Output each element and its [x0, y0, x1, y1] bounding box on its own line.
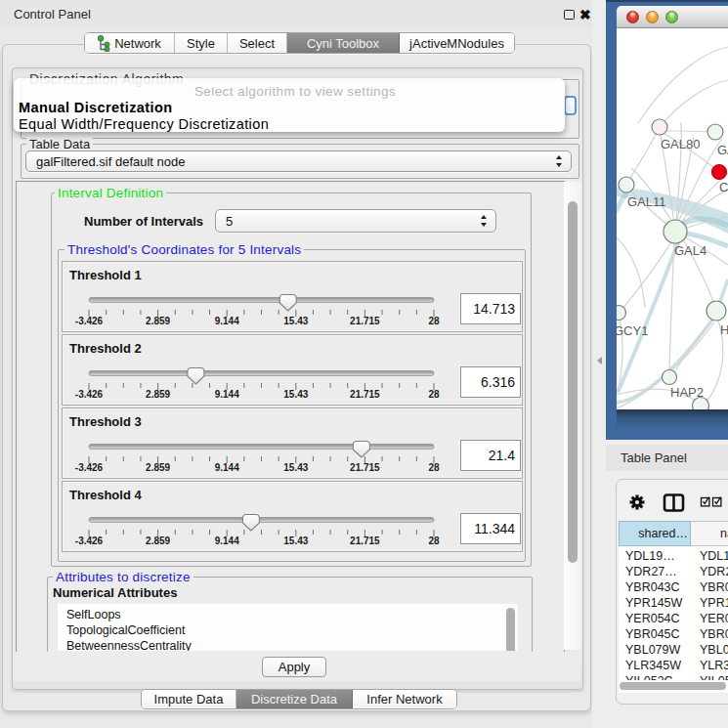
svg-text:GAL80: GAL80 [661, 137, 700, 151]
svg-text:-3.426: -3.426 [75, 462, 104, 473]
svg-text:9.144: 9.144 [215, 535, 239, 546]
svg-text:-3.426: -3.426 [75, 316, 104, 326]
svg-text:15.43: 15.43 [283, 535, 308, 546]
svg-text:H: H [720, 322, 728, 337]
svg-text:GCY1: GCY1 [617, 323, 648, 338]
svg-text:28: 28 [428, 316, 440, 326]
svg-text:15.43: 15.43 [283, 316, 308, 326]
svg-text:28: 28 [428, 389, 440, 400]
svg-text:15.43: 15.43 [283, 389, 308, 400]
svg-text:21.715: 21.715 [350, 389, 380, 400]
svg-text:GAL11: GAL11 [627, 194, 666, 209]
svg-text:-3.426: -3.426 [75, 535, 104, 546]
svg-text:21.715: 21.715 [350, 316, 380, 326]
svg-text:2.859: 2.859 [146, 462, 170, 473]
svg-text:2.859: 2.859 [146, 316, 170, 326]
svg-text:GA: GA [717, 143, 728, 157]
svg-text:9.144: 9.144 [215, 316, 239, 326]
svg-text:9.144: 9.144 [215, 462, 239, 473]
svg-text:28: 28 [428, 462, 440, 473]
svg-text:21.715: 21.715 [350, 462, 380, 473]
svg-text:28: 28 [428, 535, 440, 546]
svg-text:21.715: 21.715 [350, 535, 380, 546]
svg-text:15.43: 15.43 [283, 462, 308, 473]
svg-text:2.859: 2.859 [146, 535, 170, 546]
svg-text:GAL4: GAL4 [674, 243, 707, 258]
svg-text:C: C [719, 180, 728, 194]
svg-text:-3.426: -3.426 [75, 389, 104, 400]
svg-text:2.859: 2.859 [146, 389, 170, 400]
svg-text:HAP2: HAP2 [670, 385, 704, 400]
svg-text:9.144: 9.144 [215, 389, 239, 400]
